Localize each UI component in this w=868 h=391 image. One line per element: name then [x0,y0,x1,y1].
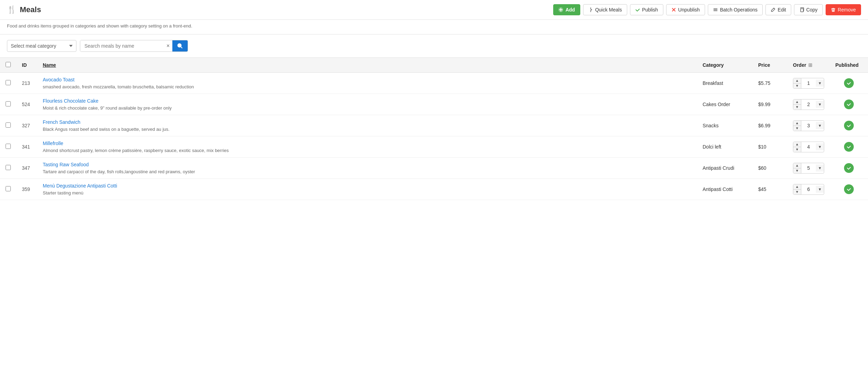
meals-table-container: ID Name Category Price Order ⊞ Published… [0,58,868,200]
row-published-cell [830,73,868,94]
search-submit-button[interactable] [172,40,188,51]
table-row: 341 Millefrolle Almond shortcrust pastry… [0,136,868,158]
batch-operations-button[interactable]: Batch Operations [708,4,763,15]
order-chevron-down[interactable]: ▼ [816,101,824,108]
search-icon [177,43,183,49]
remove-button[interactable]: Remove [826,4,861,15]
quick-meals-button[interactable]: Quick Meals [583,4,627,15]
order-stepper: ▲ ▼ 1 ▼ [793,78,824,89]
search-wrapper: × [80,40,188,52]
row-checkbox-2[interactable] [6,122,11,128]
meal-desc: Starter tasting menù [43,190,83,196]
row-order-cell: ▲ ▼ 3 ▼ [787,115,830,136]
row-price: $5.75 [753,73,787,94]
row-checkbox-cell [0,94,16,115]
row-price: $6.99 [753,115,787,136]
publish-label: Publish [642,7,658,13]
add-button[interactable]: Add [553,4,580,15]
copy-label: Copy [806,7,818,13]
row-price: $45 [753,179,787,200]
order-sort-icon: ⊞ [808,62,812,68]
meal-name-link[interactable]: Menù Degustazione Antipasti Cotti [43,183,691,189]
add-label: Add [565,7,575,13]
row-name-cell: Flourless Chocolate Cake Moist & rich ch… [37,94,697,115]
row-checkbox-1[interactable] [6,101,11,106]
published-checkmark [846,102,851,107]
publish-button[interactable]: Publish [630,4,663,15]
order-chevron-down[interactable]: ▼ [816,122,824,129]
order-down-button[interactable]: ▼ [793,126,801,131]
order-up-button[interactable]: ▲ [793,163,801,168]
edit-icon [771,7,776,12]
edit-label: Edit [778,7,786,13]
row-category: Antipasti Crudi [697,158,753,179]
order-label: Order [793,62,806,68]
row-published-cell [830,179,868,200]
row-checkbox-5[interactable] [6,186,11,191]
order-down-button[interactable]: ▼ [793,168,801,173]
add-icon [558,7,563,12]
published-check-circle [844,78,854,88]
row-checkbox-cell [0,136,16,158]
row-published-cell [830,94,868,115]
meal-name-link[interactable]: Millefrolle [43,141,691,146]
meal-desc: Tartare and carpacci of the day, fish ro… [43,169,195,174]
row-checkbox-4[interactable] [6,165,11,170]
order-stepper: ▲ ▼ 6 ▼ [793,184,824,195]
order-up-button[interactable]: ▲ [793,99,801,105]
page-title: Meals [20,5,41,14]
order-up-button[interactable]: ▲ [793,142,801,147]
table-body: 213 Avocado Toast smashed avocado, fresh… [0,73,868,200]
table-row: 524 Flourless Chocolate Cake Moist & ric… [0,94,868,115]
header-toolbar: 🍴 Meals Add Quick Meals Publish Unpublis… [0,0,868,20]
order-down-button[interactable]: ▼ [793,190,801,194]
order-down-button[interactable]: ▼ [793,147,801,152]
order-down-button[interactable]: ▼ [793,83,801,88]
row-published-cell [830,136,868,158]
order-up-button[interactable]: ▲ [793,121,801,126]
row-checkbox-3[interactable] [6,144,11,149]
order-down-button[interactable]: ▼ [793,105,801,110]
row-checkbox-0[interactable] [6,80,11,85]
quick-meals-icon [588,7,593,12]
copy-button[interactable]: Copy [794,4,823,15]
batch-operations-icon [713,7,718,12]
meal-name-link[interactable]: Avocado Toast [43,77,691,82]
meal-name-link[interactable]: Flourless Chocolate Cake [43,98,691,104]
order-chevron-down[interactable]: ▼ [816,80,824,87]
unpublish-button[interactable]: Unpublish [666,4,705,15]
row-checkbox-cell [0,179,16,200]
meal-name-link[interactable]: French Sandwich [43,119,691,125]
category-select[interactable]: Select meal category [7,40,76,52]
col-header-name[interactable]: Name [37,58,697,73]
order-arrows: ▲ ▼ [793,142,801,152]
row-price: $9.99 [753,94,787,115]
filter-bar: Select meal category × [0,34,868,58]
unpublish-label: Unpublish [678,7,700,13]
meal-name-link[interactable]: Tasting Raw Seafood [43,162,691,167]
order-up-button[interactable]: ▲ [793,184,801,190]
meals-icon: 🍴 [7,5,16,14]
search-input[interactable] [80,40,164,51]
table-row: 213 Avocado Toast smashed avocado, fresh… [0,73,868,94]
select-all-checkbox[interactable] [6,62,11,67]
order-chevron-down[interactable]: ▼ [816,165,824,171]
published-icon [835,99,862,109]
edit-button[interactable]: Edit [765,4,791,15]
meals-table: ID Name Category Price Order ⊞ Published… [0,58,868,200]
col-header-category: Category [697,58,753,73]
order-chevron-down[interactable]: ▼ [816,186,824,193]
table-header-row: ID Name Category Price Order ⊞ Published [0,58,868,73]
col-header-order: Order ⊞ [787,58,830,73]
col-header-published: Published [830,58,868,73]
published-check-circle [844,99,854,109]
row-category: Dolci left [697,136,753,158]
published-check-circle [844,121,854,130]
order-chevron-down[interactable]: ▼ [816,143,824,150]
row-id: 524 [16,94,37,115]
order-arrows: ▲ ▼ [793,184,801,194]
published-checkmark [846,166,851,170]
published-checkmark [846,187,851,192]
search-clear-button[interactable]: × [164,41,172,50]
order-up-button[interactable]: ▲ [793,78,801,83]
